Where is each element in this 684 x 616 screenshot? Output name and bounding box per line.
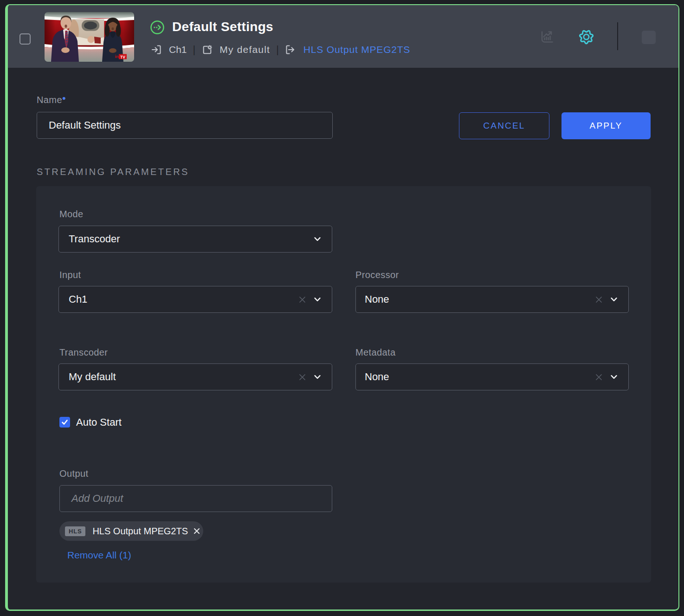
svg-text:TV: TV — [120, 55, 125, 59]
svg-text:in: in — [115, 54, 119, 59]
